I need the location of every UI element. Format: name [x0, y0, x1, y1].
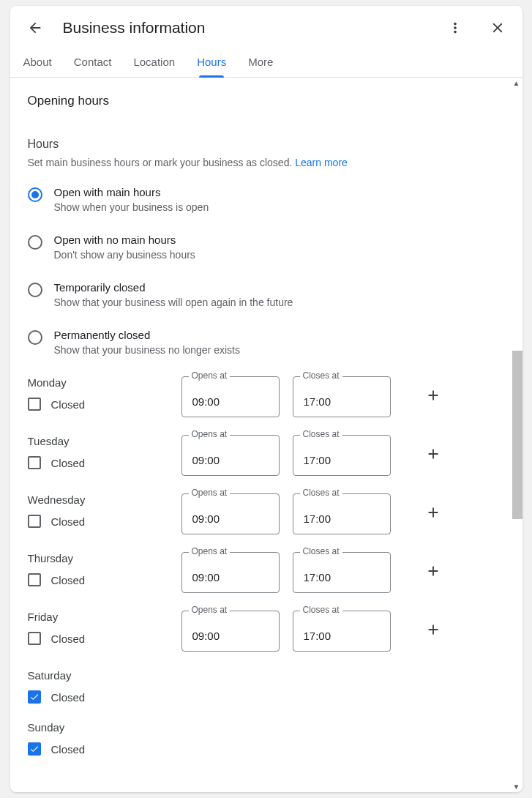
close-button[interactable] [483, 13, 512, 42]
closed-checkbox-row[interactable]: Closed [28, 632, 181, 645]
closes-at-input[interactable] [293, 611, 391, 652]
day-name: Friday [28, 611, 181, 623]
closes-at-field[interactable]: Closes at [293, 552, 391, 593]
closed-checkbox-row[interactable]: Closed [28, 515, 181, 528]
scrollbar-thumb[interactable] [512, 351, 522, 519]
closes-at-label: Closes at [300, 546, 342, 556]
closes-at-field[interactable]: Closes at [293, 611, 391, 652]
arrow-left-icon [27, 20, 43, 36]
opens-at-field[interactable]: Opens at [181, 435, 280, 476]
radio-text: Open with no main hours Don't show any b… [54, 234, 195, 261]
closed-label: Closed [51, 515, 86, 528]
radio-label: Permanently closed [54, 329, 240, 341]
closed-checkbox[interactable] [28, 690, 41, 704]
close-icon [490, 20, 506, 36]
closes-at-field[interactable]: Closes at [293, 376, 391, 417]
opens-at-field[interactable]: Opens at [181, 493, 280, 534]
day-row-tuesday: Tuesday Closed Opens at Closes at [28, 435, 505, 476]
closed-label: Closed [51, 633, 86, 645]
radio-input[interactable] [28, 235, 42, 250]
time-fields: Opens at Closes at [181, 435, 448, 476]
closes-at-input[interactable] [293, 435, 391, 476]
opens-at-input[interactable] [181, 552, 280, 593]
closed-checkbox-row[interactable]: Closed [28, 690, 181, 704]
radio-desc: Show when your business is open [54, 201, 209, 213]
sub-title: Hours [28, 138, 505, 151]
closes-at-field[interactable]: Closes at [293, 493, 391, 534]
closed-checkbox-row[interactable]: Closed [28, 456, 181, 469]
time-fields: Opens at Closes at [181, 552, 448, 593]
opens-at-field[interactable]: Opens at [181, 552, 280, 593]
section-title: Opening hours [28, 94, 505, 108]
day-col: Saturday Closed [28, 669, 181, 704]
add-hours-button[interactable] [419, 499, 448, 529]
opens-at-input[interactable] [181, 376, 280, 417]
day-col: Wednesday Closed [28, 493, 181, 528]
add-hours-button[interactable] [419, 558, 448, 587]
opens-at-input[interactable] [181, 493, 280, 534]
closed-checkbox[interactable] [28, 398, 41, 411]
dialog-header: Business information [10, 6, 522, 45]
day-row-friday: Friday Closed Opens at Closes at [28, 611, 505, 652]
opens-at-input[interactable] [181, 435, 280, 476]
tab-location[interactable]: Location [133, 45, 175, 77]
closed-checkbox[interactable] [28, 632, 41, 645]
radio-input[interactable] [28, 283, 42, 297]
closed-checkbox-row[interactable]: Closed [28, 398, 181, 411]
opens-at-field[interactable]: Opens at [181, 376, 280, 417]
tab-hours[interactable]: Hours [197, 45, 226, 77]
radio-text: Permanently closed Show that your busine… [54, 329, 240, 356]
closes-at-input[interactable] [293, 493, 391, 534]
radio-option-2[interactable]: Temporarily closed Show that your busine… [28, 281, 505, 308]
day-row-thursday: Thursday Closed Opens at Closes at [28, 552, 505, 593]
day-col: Tuesday Closed [28, 435, 181, 469]
learn-more-link[interactable]: Learn more [295, 157, 348, 168]
day-name: Sunday [28, 721, 181, 734]
day-name: Tuesday [28, 435, 181, 447]
business-info-dialog: Business information AboutContactLocatio… [10, 6, 522, 792]
time-fields: Opens at Closes at [181, 611, 448, 652]
hours-mode-radio-group: Open with main hours Show when your busi… [28, 186, 505, 356]
add-hours-button[interactable] [419, 382, 448, 411]
back-button[interactable] [20, 13, 50, 42]
tab-about[interactable]: About [23, 45, 52, 77]
radio-input[interactable] [28, 187, 42, 202]
add-hours-button[interactable] [419, 616, 448, 646]
closed-checkbox[interactable] [28, 573, 41, 586]
closes-at-field[interactable]: Closes at [293, 435, 391, 476]
add-hours-button[interactable] [419, 441, 448, 470]
closed-checkbox[interactable] [28, 515, 41, 528]
content: Opening hours Hours Set main business ho… [10, 78, 522, 792]
radio-option-0[interactable]: Open with main hours Show when your busi… [28, 186, 505, 213]
day-row-saturday: Saturday Closed [28, 669, 505, 704]
opens-at-label: Opens at [189, 488, 231, 498]
opens-at-field[interactable]: Opens at [181, 611, 280, 652]
closes-at-input[interactable] [293, 376, 391, 417]
closed-checkbox[interactable] [28, 742, 41, 756]
closed-checkbox[interactable] [28, 456, 41, 469]
closed-label: Closed [51, 457, 86, 469]
radio-label: Open with main hours [54, 186, 209, 198]
more-options-button[interactable] [441, 13, 470, 42]
tab-more[interactable]: More [248, 45, 273, 77]
plus-icon [425, 387, 441, 406]
opens-at-label: Opens at [189, 546, 231, 556]
day-col: Sunday Closed [28, 721, 181, 756]
closed-checkbox-row[interactable]: Closed [28, 742, 181, 756]
scroll-down-arrow[interactable]: ▼ [513, 783, 520, 791]
scroll-up-arrow[interactable]: ▲ [513, 79, 520, 87]
day-col: Monday Closed [28, 376, 181, 411]
radio-text: Open with main hours Show when your busi… [54, 186, 209, 213]
closed-label: Closed [51, 691, 86, 704]
closed-checkbox-row[interactable]: Closed [28, 573, 181, 586]
day-name: Thursday [28, 552, 181, 564]
dialog-title: Business information [63, 19, 427, 37]
radio-option-3[interactable]: Permanently closed Show that your busine… [28, 329, 505, 356]
opens-at-input[interactable] [181, 611, 280, 652]
more-vert-icon [447, 20, 463, 36]
tab-contact[interactable]: Contact [74, 45, 112, 77]
closed-label: Closed [51, 743, 86, 756]
radio-option-1[interactable]: Open with no main hours Don't show any b… [28, 234, 505, 261]
radio-input[interactable] [28, 330, 42, 345]
closes-at-input[interactable] [293, 552, 391, 593]
